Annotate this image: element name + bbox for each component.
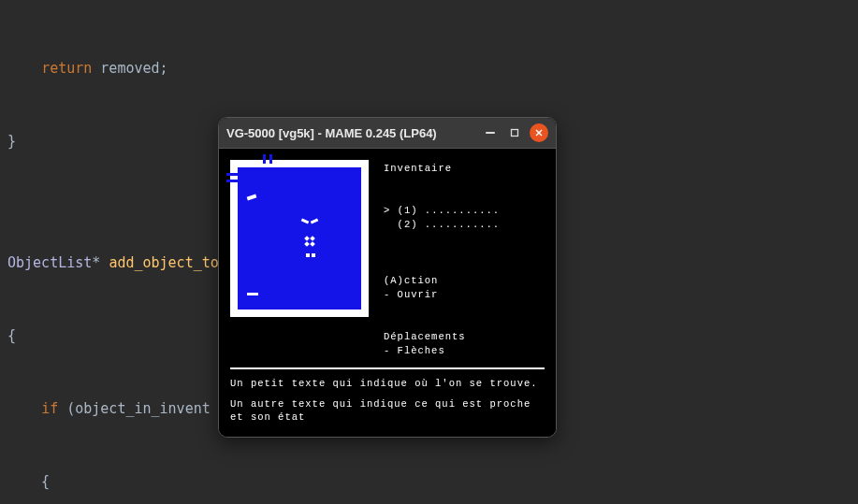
divider <box>230 367 545 369</box>
maximize-button[interactable] <box>505 123 524 142</box>
titlebar[interactable]: VG-5000 [vg5k] - MAME 0.245 (LP64) <box>219 118 556 149</box>
close-button[interactable] <box>530 123 548 142</box>
game-viewport <box>238 167 361 310</box>
movement-heading: Déplacements <box>384 331 466 342</box>
code-line: { <box>0 469 858 494</box>
window-title: VG-5000 [vg5k] - MAME 0.245 (LP64) <box>226 126 475 140</box>
game-viewport-frame <box>230 160 369 317</box>
code-line: return removed; <box>0 56 858 80</box>
location-text: Un petit texte qui indique où l'on se tr… <box>230 377 545 390</box>
context-text: Un autre texte qui indique ce qui est pr… <box>230 397 545 424</box>
game-sidebar: Inventaire > (1) ........... (2) .......… <box>384 160 545 358</box>
emulator-window[interactable]: VG-5000 [vg5k] - MAME 0.245 (LP64) <box>218 117 557 438</box>
inventory-item: (1) ........... <box>398 205 501 216</box>
action-value: - Ouvrir <box>384 289 438 300</box>
emulator-body: Inventaire > (1) ........... (2) .......… <box>219 149 556 437</box>
selector-arrow: > <box>384 205 390 216</box>
minimize-button[interactable] <box>481 123 500 142</box>
inventory-item: (2) ........... <box>398 219 501 230</box>
inventory-heading: Inventaire <box>384 163 452 174</box>
movement-value: - Flèches <box>384 345 445 356</box>
action-heading: (A)ction <box>384 275 438 286</box>
svg-rect-1 <box>512 130 518 137</box>
